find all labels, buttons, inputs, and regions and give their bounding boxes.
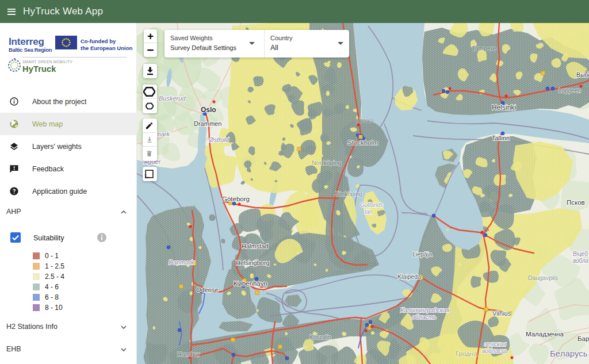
svg-text:вобла: вобла <box>573 258 589 264</box>
svg-text:Tampere: Tampere <box>472 45 496 52</box>
svg-text:Выбо: Выбо <box>576 71 589 78</box>
svg-text:Барыса: Барыса <box>577 335 589 342</box>
svg-text:Liepāja: Liepāja <box>412 251 432 258</box>
svg-text:Oslo: Oslo <box>201 106 216 114</box>
svg-text:Гродна: Гродна <box>456 350 477 357</box>
svg-text:Daugavpils: Daugavpils <box>528 274 558 281</box>
svg-text:Halmstad: Halmstad <box>242 243 268 250</box>
svg-text:Norrköping: Norrköping <box>312 159 342 166</box>
svg-text:København: København <box>234 280 267 287</box>
svg-text:Jönköping: Jönköping <box>335 190 362 197</box>
svg-text:Göteborg: Göteborg <box>222 196 250 202</box>
svg-text:Helsinki: Helsinki <box>492 104 516 112</box>
svg-text:вобласць: вобласць <box>482 347 508 354</box>
svg-text:Østfold: Østfold <box>208 136 230 143</box>
svg-text:Stockholm: Stockholm <box>347 139 378 146</box>
svg-text:Danmark: Danmark <box>169 259 194 266</box>
svg-text:Віцеб: Віцеб <box>573 251 588 257</box>
svg-text:Lappeen: Lappeen <box>559 87 581 94</box>
svg-text:ppsala: ppsala <box>356 117 374 124</box>
svg-text:län: län <box>365 209 373 215</box>
svg-text:Vilnius: Vilnius <box>492 310 511 317</box>
svg-text:Hambur: Hambur <box>177 351 200 358</box>
svg-text:Беларусь: Беларусь <box>550 348 588 358</box>
svg-text:Drammen: Drammen <box>194 120 221 127</box>
svg-text:Калининградская: Калининградская <box>400 306 450 313</box>
svg-text:Helsingborg: Helsingborg <box>236 259 270 266</box>
svg-text:Маладзечна: Маладзечна <box>526 331 564 338</box>
svg-text:Tallinn: Tallinn <box>492 135 510 141</box>
svg-text:зенская: зенская <box>484 340 506 347</box>
svg-text:Koszalin: Koszalin <box>309 334 331 340</box>
svg-text:Odense: Odense <box>196 286 219 293</box>
svg-text:Псков: Псков <box>567 199 585 206</box>
svg-text:область: область <box>412 313 437 320</box>
svg-text:Gotlands: Gotlands <box>360 202 383 208</box>
svg-text:Buskerud: Buskerud <box>159 95 186 102</box>
svg-text:Klaipėda: Klaipėda <box>397 273 421 280</box>
